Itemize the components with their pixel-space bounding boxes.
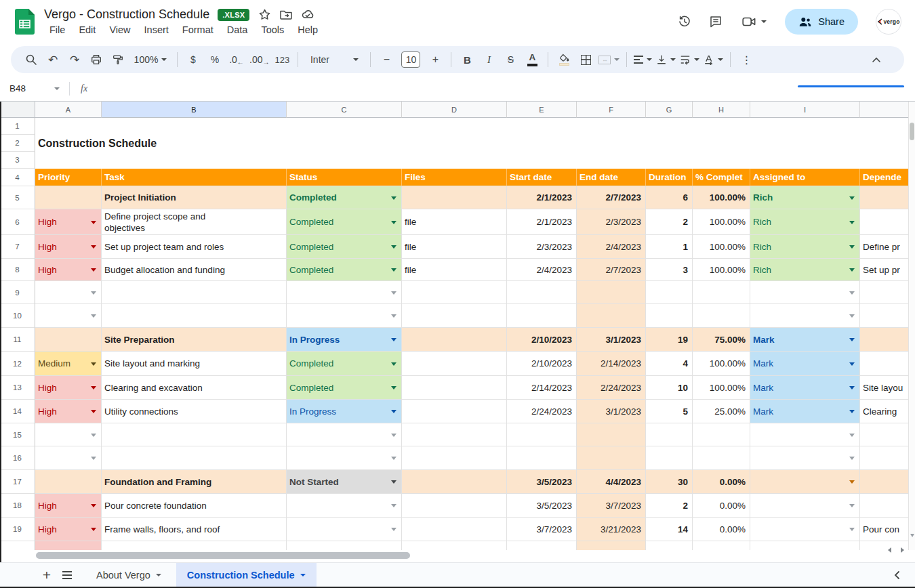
menu-edit[interactable]: Edit	[73, 24, 101, 36]
cell-B11[interactable]: Site Preparation	[102, 328, 287, 352]
version-history-icon[interactable]	[678, 15, 691, 28]
cell-B19[interactable]: Frame walls, floors, and roof	[102, 518, 287, 541]
cell-D14[interactable]	[402, 400, 507, 423]
cell-A2[interactable]: Construction Schedule	[35, 135, 909, 152]
comments-icon[interactable]	[709, 15, 723, 28]
cell-B6[interactable]: Define project scope and objectives	[102, 209, 287, 235]
cell-I17[interactable]	[750, 470, 860, 494]
cell-A12[interactable]: Medium	[35, 352, 102, 376]
row-header-20[interactable]: 20	[0, 541, 35, 550]
dropdown-icon[interactable]	[391, 268, 396, 272]
meet-camera-icon[interactable]	[740, 15, 767, 28]
cell-A18[interactable]: High	[35, 494, 102, 518]
cell-D20[interactable]	[402, 541, 507, 550]
dropdown-icon[interactable]	[91, 268, 96, 272]
zoom-control[interactable]: 100%	[131, 50, 170, 69]
strikethrough-button[interactable]: S	[502, 50, 519, 69]
header-cell-I4[interactable]: Assigned to	[750, 169, 860, 186]
cell-F20[interactable]: 4/4/2023	[577, 541, 646, 550]
menu-format[interactable]: Format	[177, 24, 219, 36]
dropdown-icon[interactable]	[91, 386, 96, 390]
dropdown-icon[interactable]	[91, 245, 96, 249]
vertical-scrollbar-thumb[interactable]	[910, 123, 914, 140]
wrap-dropdown-icon[interactable]	[694, 58, 699, 61]
vertical-scrollbar[interactable]	[908, 102, 915, 550]
cell-E17[interactable]: 3/5/2023	[507, 470, 577, 494]
dropdown-icon[interactable]	[391, 434, 396, 437]
cell-G8[interactable]: 3	[646, 259, 693, 281]
cell-J8[interactable]: Set up pr	[860, 259, 909, 281]
sheets-logo-icon[interactable]	[15, 9, 35, 35]
menu-data[interactable]: Data	[222, 24, 253, 36]
header-cell-E4[interactable]: Start date	[507, 169, 577, 186]
cell-A6[interactable]: High	[35, 209, 102, 235]
column-header-I[interactable]: I	[750, 102, 860, 118]
menu-tools[interactable]: Tools	[256, 24, 289, 36]
cloud-status-icon[interactable]	[301, 8, 314, 22]
cell-G20[interactable]: 14	[646, 541, 693, 550]
cell-B10[interactable]	[102, 304, 287, 328]
dropdown-icon[interactable]	[91, 362, 96, 366]
cell-D8[interactable]: file	[402, 259, 507, 281]
scroll-down-icon[interactable]	[910, 534, 914, 537]
undo-icon[interactable]: ↶	[44, 50, 62, 69]
cell-E18[interactable]: 3/5/2023	[507, 494, 577, 518]
cell-D9[interactable]	[402, 281, 507, 304]
decrease-font-size-button[interactable]: −	[378, 50, 395, 69]
empty-band-row-1[interactable]	[35, 118, 909, 135]
cell-F17[interactable]: 4/4/2023	[577, 470, 646, 494]
row-header-10[interactable]: 10	[0, 304, 35, 328]
cell-C16[interactable]	[287, 446, 402, 470]
dropdown-icon[interactable]	[849, 291, 855, 295]
account-avatar[interactable]: vergo	[876, 9, 901, 35]
share-button[interactable]: Share	[785, 9, 858, 35]
cell-F14[interactable]: 3/1/2023	[577, 400, 646, 423]
dropdown-icon[interactable]	[849, 245, 855, 249]
row-header-13[interactable]: 13	[0, 376, 35, 400]
cell-J18[interactable]	[860, 494, 909, 518]
dropdown-icon[interactable]	[91, 504, 96, 507]
cell-H9[interactable]	[693, 281, 750, 304]
dropdown-icon[interactable]	[849, 480, 855, 484]
cell-G5[interactable]: 6	[646, 186, 693, 209]
cell-C5[interactable]: Completed	[287, 186, 402, 209]
select-all-corner[interactable]	[0, 102, 35, 118]
cell-C11[interactable]: In Progress	[287, 328, 402, 352]
increase-font-size-button[interactable]: +	[426, 50, 444, 69]
cell-A10[interactable]	[35, 304, 102, 328]
cell-I6[interactable]: Rich	[750, 209, 860, 235]
cell-E16[interactable]	[507, 446, 577, 470]
column-header-H[interactable]: H	[693, 102, 750, 118]
cell-D5[interactable]	[402, 186, 507, 209]
cell-D16[interactable]	[402, 446, 507, 470]
borders-button[interactable]	[577, 50, 594, 69]
italic-button[interactable]: I	[480, 50, 497, 69]
bold-button[interactable]: B	[458, 50, 476, 69]
row-header-18[interactable]: 18	[0, 494, 35, 518]
cell-B12[interactable]: Site layout and marking	[102, 352, 287, 376]
increase-decimal-button[interactable]: .00→	[249, 50, 269, 69]
row-header-11[interactable]: 11	[0, 328, 35, 352]
column-header-J[interactable]	[860, 102, 909, 118]
dropdown-icon[interactable]	[849, 386, 855, 390]
cell-F15[interactable]	[577, 423, 646, 446]
header-cell-F4[interactable]: End date	[577, 169, 646, 186]
header-cell-D4[interactable]: Files	[402, 169, 507, 186]
vertical-align-button[interactable]	[656, 50, 676, 69]
dropdown-icon[interactable]	[849, 268, 855, 272]
cell-J12[interactable]	[860, 352, 909, 376]
format-percent-button[interactable]: %	[206, 50, 224, 69]
cell-C13[interactable]: Completed	[287, 376, 402, 400]
cell-G13[interactable]: 10	[646, 376, 693, 400]
cell-J15[interactable]	[860, 423, 909, 446]
cell-H20[interactable]: 0.00%	[693, 541, 750, 550]
cell-D18[interactable]	[402, 494, 507, 518]
row-header-16[interactable]: 16	[0, 446, 35, 470]
cell-F19[interactable]: 3/21/2023	[577, 518, 646, 541]
column-header-C[interactable]: C	[287, 102, 402, 118]
text-wrap-button[interactable]	[680, 50, 699, 69]
cell-J9[interactable]	[860, 281, 909, 304]
cell-G7[interactable]: 1	[646, 235, 693, 259]
cell-A11[interactable]	[35, 328, 102, 352]
cell-A9[interactable]	[35, 281, 102, 304]
